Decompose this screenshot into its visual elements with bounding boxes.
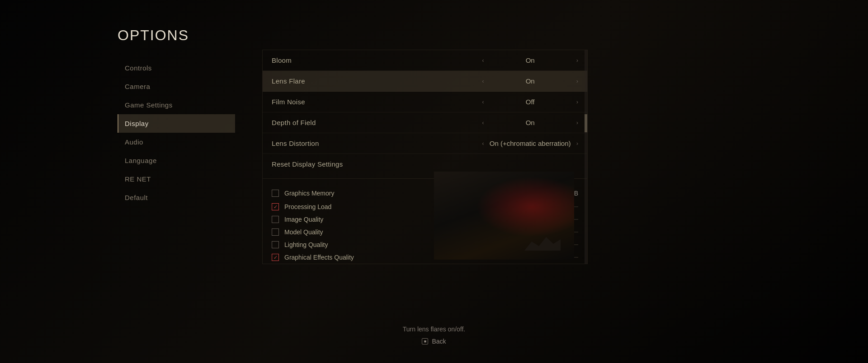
setting-arrow-right-lens-distortion[interactable]: › <box>576 140 578 147</box>
setting-name-bloom: Bloom <box>272 56 482 64</box>
setting-value-lens-flare: On <box>490 77 571 85</box>
reset-label: Reset Display Settings <box>272 160 343 168</box>
sidebar-item-re-net[interactable]: RE NET <box>118 170 235 188</box>
sidebar: Controls Camera Game Settings Display Au… <box>118 59 235 207</box>
back-label: Back <box>432 338 446 345</box>
sidebar-item-language[interactable]: Language <box>118 151 235 170</box>
checkbox-processing-load[interactable] <box>272 203 279 210</box>
setting-value-container-lens-distortion: ‹ On (+chromatic aberration) › <box>482 140 578 147</box>
setting-value-depth-of-field: On <box>490 119 571 126</box>
sidebar-item-controls[interactable]: Controls <box>118 59 235 77</box>
setting-arrow-left-lens-distortion[interactable]: ‹ <box>482 140 484 147</box>
preview-image <box>434 172 574 260</box>
setting-value-bloom: On <box>490 56 571 64</box>
checkbox-model-quality[interactable] <box>272 228 279 236</box>
scrollbar[interactable] <box>585 50 587 264</box>
setting-row-lens-flare[interactable]: Lens Flare ‹ On › <box>263 71 587 92</box>
sidebar-item-camera[interactable]: Camera <box>118 77 235 96</box>
checkbox-graphical-effects-quality[interactable] <box>272 254 279 261</box>
page-title: Options <box>118 27 189 44</box>
checkbox-image-quality[interactable] <box>272 216 279 223</box>
setting-name-film-noise: Film Noise <box>272 98 482 106</box>
setting-row-lens-distortion[interactable]: Lens Distortion ‹ On (+chromatic aberrat… <box>263 133 587 154</box>
sidebar-item-display[interactable]: Display <box>118 114 235 133</box>
setting-value-container-lens-flare: ‹ On › <box>482 77 578 85</box>
setting-name-lens-flare: Lens Flare <box>272 77 482 85</box>
setting-arrow-right-depth-of-field[interactable]: › <box>576 119 578 126</box>
setting-row-bloom[interactable]: Bloom ‹ On › <box>263 50 587 71</box>
setting-value-container-bloom: ‹ On › <box>482 56 578 64</box>
scrollbar-thumb[interactable] <box>585 114 587 132</box>
checkbox-graphics-memory[interactable] <box>272 190 279 197</box>
setting-arrow-right-bloom[interactable]: › <box>576 57 578 64</box>
setting-arrow-right-lens-flare[interactable]: › <box>576 78 578 84</box>
setting-value-film-noise: Off <box>490 98 571 106</box>
back-icon: ■ <box>422 338 428 344</box>
bottom-info: Turn lens flares on/off. ■ Back <box>0 326 868 345</box>
setting-arrow-left-lens-flare[interactable]: ‹ <box>482 78 484 84</box>
sidebar-item-game-settings[interactable]: Game Settings <box>118 96 235 114</box>
setting-value-container-depth-of-field: ‹ On › <box>482 119 578 126</box>
setting-name-depth-of-field: Depth of Field <box>272 119 482 126</box>
setting-row-depth-of-field[interactable]: Depth of Field ‹ On › <box>263 112 587 133</box>
setting-value-lens-distortion: On (+chromatic aberration) <box>490 140 571 147</box>
sidebar-item-default[interactable]: Default <box>118 188 235 207</box>
back-button[interactable]: ■ Back <box>422 338 446 345</box>
setting-arrow-left-bloom[interactable]: ‹ <box>482 57 484 64</box>
setting-arrow-left-depth-of-field[interactable]: ‹ <box>482 119 484 126</box>
setting-arrow-left-film-noise[interactable]: ‹ <box>482 98 484 105</box>
bottom-hint: Turn lens flares on/off. <box>0 326 868 333</box>
preview-panel <box>434 172 574 260</box>
setting-value-container-film-noise: ‹ Off › <box>482 98 578 106</box>
setting-name-lens-distortion: Lens Distortion <box>272 140 482 147</box>
sidebar-item-audio[interactable]: Audio <box>118 133 235 151</box>
setting-arrow-right-film-noise[interactable]: › <box>576 98 578 105</box>
setting-row-film-noise[interactable]: Film Noise ‹ Off › <box>263 92 587 112</box>
checkbox-lighting-quality[interactable] <box>272 241 279 248</box>
